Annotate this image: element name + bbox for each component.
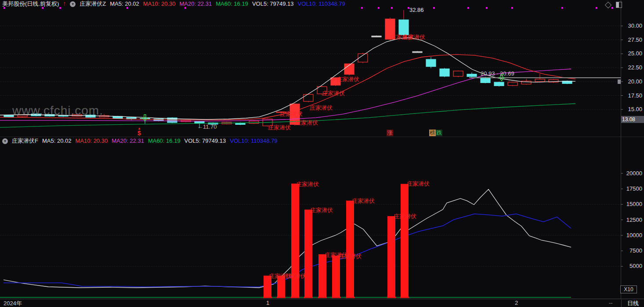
ma5-stat: MA5: 20.02 [42,137,72,144]
price-axis-label: 15.00 [622,106,642,112]
value-axis-label: 7500 [622,247,642,254]
date-axis: 2024年 1 2 -- 日线 [0,299,644,307]
month-label-2: 2 [515,300,518,306]
value-axis-label: 17500 [622,185,642,192]
magenta-dot [561,7,563,9]
value-axis-label: 20000 [622,170,642,177]
ambush-label: 庄家潜伏 [310,206,333,214]
price-annotation: 32.86 [409,7,424,13]
magenta-dot [361,7,363,9]
value-axis-label: 12500 [622,217,642,223]
indicator-name: 庄家潜伏F [12,137,38,144]
ambush-label: 庄家潜伏 [394,213,416,220]
ma5-stat: MA5: 20.02 [110,0,139,7]
ambush-label: 庄家潜伏 [280,110,303,118]
ambush-label: 庄家潜伏 [310,104,333,112]
ambush-label: 庄家潜伏 [336,76,359,83]
price-axis-label: 27.50 [622,36,642,43]
magenta-dot [511,7,513,9]
lower-panel-header: ▾庄家潜伏FMA5: 20.02MA10: 20.30MA20: 22.31MA… [2,137,282,144]
period-selector[interactable]: 日线 [621,300,644,307]
ma20-stat: MA20: 22.31 [179,0,212,7]
ambush-label: 庄家潜伏 [295,119,318,127]
ambush-label: 庄家潜伏 [407,180,430,188]
dollar-marker: ▲$ [137,126,141,135]
vol10-stat: VOL10: 110348.79 [298,0,345,7]
vol5-stat: VOL5: 79749.13 [252,0,294,7]
price-annotation: ←11.70 [197,123,217,130]
ma60-stat: MA60: 16.19 [148,137,181,144]
symbol-title: 美邦股份(日线.前复权) [2,0,59,7]
split-view-icon[interactable] [616,2,622,8]
magenta-dot [486,7,488,9]
main-chart-header: 美邦股份(日线.前复权)↑▾庄家潜伏ZMA5: 20.02MA10: 20.30… [2,0,349,7]
year-label: 2024年 [4,300,22,307]
watermark: www.cfchi.com. [12,104,103,118]
ma60-stat: MA60: 16.19 [216,0,248,7]
price-axis-label: 20.00 [622,78,642,85]
value-axis-label: 5000 [622,263,642,269]
lower-chart-region[interactable] [0,145,621,298]
month-label-1: 1 [266,300,269,306]
magenta-dot [378,7,380,9]
ambush-label: 庄家潜伏 [352,197,375,205]
axis-pointer [618,79,621,84]
magenta-dot [596,7,597,9]
ambush-label: 庄家潜伏 [283,272,306,280]
trading-app-window: 美邦股份(日线.前复权)↑▾庄家潜伏ZMA5: 20.02MA10: 20.30… [0,0,644,307]
chevron-down-icon[interactable]: ▾ [70,1,76,7]
value-axis-label: 10000 [622,232,642,238]
magenta-dot [391,7,393,9]
price-axis-label: 30.00 [622,22,642,29]
dash-label: -- [609,300,613,306]
magenta-dot [433,7,435,9]
scale-tag: X10 [620,285,637,293]
magenta-dot [467,7,469,9]
price-axis-label: 17.50 [622,92,642,99]
magenta-dot [611,7,613,9]
ambush-label: 庄家潜伏 [339,253,362,260]
ambush-label: 庄家潜伏 [402,33,425,41]
price-axis-label: 22.50 [622,64,642,71]
vol10-stat: VOL10: 110348.79 [230,137,277,144]
price-axis-border [621,0,621,307]
ma10-stat: MA10: 20.30 [75,137,108,144]
die-badge[interactable]: 跌 [436,130,442,136]
ambush-label: 庄家潜伏 [268,124,291,132]
up-arrow-icon: ↑ [63,0,66,7]
ma20-stat: MA20: 22.31 [112,137,144,144]
zhang-badge[interactable]: 涨 [387,130,393,136]
bang-badge[interactable]: 榜 [429,130,436,136]
vol5-stat: VOL5: 79749.13 [185,137,226,144]
ambush-label: 庄家潜伏 [296,181,319,188]
price-annotation: 20.93 - 20.69 [481,70,514,77]
indicator-name: 庄家潜伏Z [80,0,106,7]
ma10-stat: MA10: 20.30 [143,0,176,7]
value-axis-label: 15000 [622,201,642,207]
ambush-label: 庄家潜伏 [322,90,345,98]
chevron-down-icon[interactable]: ▾ [2,138,8,144]
price-tag: 13.08 [621,116,644,123]
price-axis-label: 25.00 [622,50,642,57]
